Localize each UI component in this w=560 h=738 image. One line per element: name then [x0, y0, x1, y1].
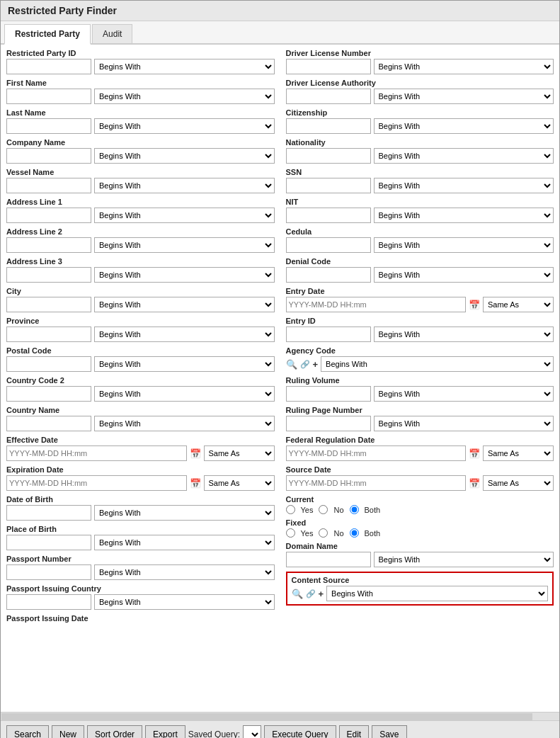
- select-postal-code[interactable]: Begins WithEquals: [94, 356, 275, 372]
- select-restricted-party-id[interactable]: Begins WithEqualsContains: [94, 59, 275, 74]
- calendar-icon-federal[interactable]: 📅: [469, 448, 480, 459]
- select-entry-id[interactable]: Begins WithEquals: [374, 327, 554, 342]
- radio-current-both[interactable]: [350, 505, 359, 514]
- input-place-of-birth[interactable]: [6, 535, 91, 550]
- input-passport-issuing-country[interactable]: [6, 594, 91, 610]
- input-city[interactable]: [6, 297, 91, 312]
- input-domain-name[interactable]: [286, 552, 371, 567]
- calendar-icon-effective[interactable]: 📅: [190, 448, 201, 459]
- input-postal-code[interactable]: [6, 356, 91, 372]
- input-address-line-2[interactable]: [6, 237, 91, 253]
- select-address-line-1[interactable]: Begins WithEquals: [94, 208, 275, 223]
- label-country-code-2: Country Code 2: [6, 376, 275, 385]
- input-ruling-page-number[interactable]: [286, 416, 371, 431]
- select-ssn[interactable]: Begins WithEquals: [374, 178, 554, 193]
- plus-icon-agency[interactable]: +: [313, 359, 319, 370]
- select-company-name[interactable]: Begins WithEquals: [94, 148, 275, 164]
- select-date-of-birth[interactable]: Begins WithEquals: [94, 505, 275, 521]
- radio-fixed-both[interactable]: [350, 528, 359, 538]
- search-icon-content-source[interactable]: 🔍: [292, 589, 303, 599]
- input-address-line-1[interactable]: [6, 208, 91, 223]
- input-expiration-date[interactable]: [6, 475, 187, 491]
- input-first-name[interactable]: [6, 89, 91, 104]
- calendar-icon-entry[interactable]: 📅: [469, 300, 480, 310]
- input-entry-date[interactable]: [286, 297, 467, 312]
- select-city[interactable]: Begins WithEquals: [94, 297, 275, 312]
- input-address-line-3[interactable]: [6, 267, 91, 283]
- select-cedula[interactable]: Begins WithEquals: [374, 237, 554, 253]
- input-citizenship[interactable]: [286, 118, 371, 134]
- select-passport-issuing-country[interactable]: Begins WithEquals: [94, 594, 275, 610]
- link-icon-content-source[interactable]: 🔗: [306, 589, 316, 598]
- input-ssn[interactable]: [286, 178, 371, 193]
- select-domain-name[interactable]: Begins WithEquals: [374, 552, 554, 567]
- search-button[interactable]: Search: [6, 725, 49, 738]
- select-federal-regulation-date[interactable]: Same AsBeforeAfter: [483, 445, 554, 461]
- input-entry-id[interactable]: [286, 327, 371, 342]
- input-denial-code[interactable]: [286, 267, 371, 283]
- select-citizenship[interactable]: Begins WithEquals: [374, 118, 554, 134]
- input-nationality[interactable]: [286, 148, 371, 164]
- new-button[interactable]: New: [52, 725, 84, 738]
- input-driver-license-authority[interactable]: [286, 89, 371, 104]
- select-agency-code[interactable]: Begins WithEquals: [321, 356, 554, 372]
- field-current: Current Yes No Both: [286, 495, 554, 514]
- search-icon-agency[interactable]: 🔍: [286, 359, 297, 370]
- export-button[interactable]: Export: [145, 725, 185, 738]
- input-federal-regulation-date[interactable]: [286, 445, 467, 461]
- select-expiration-date[interactable]: Same AsBeforeAfter: [204, 475, 275, 491]
- save-button[interactable]: Save: [372, 725, 406, 738]
- input-passport-number[interactable]: [6, 564, 91, 580]
- plus-icon-content-source[interactable]: +: [319, 589, 324, 599]
- input-nit[interactable]: [286, 208, 371, 223]
- select-first-name[interactable]: Begins WithEquals: [94, 89, 275, 104]
- input-date-of-birth[interactable]: [6, 505, 91, 521]
- saved-query-select[interactable]: [243, 725, 261, 738]
- input-cedula[interactable]: [286, 237, 371, 253]
- calendar-icon-source[interactable]: 📅: [469, 478, 480, 489]
- select-driver-license-number[interactable]: Begins WithEquals: [374, 59, 554, 74]
- link-icon-agency[interactable]: 🔗: [300, 360, 310, 369]
- tab-restricted-party[interactable]: Restricted Party: [4, 24, 91, 45]
- select-effective-date[interactable]: Same AsBeforeAfter: [204, 445, 275, 461]
- input-country-code-2[interactable]: [6, 386, 91, 402]
- select-entry-date[interactable]: Same AsBeforeAfter: [483, 297, 554, 312]
- select-vessel-name[interactable]: Begins WithEquals: [94, 178, 275, 193]
- select-source-date[interactable]: Same AsBeforeAfter: [483, 475, 554, 491]
- select-last-name[interactable]: Begins WithEquals: [94, 118, 275, 134]
- input-source-date[interactable]: [286, 475, 467, 491]
- select-content-source[interactable]: Begins WithEquals: [326, 586, 548, 601]
- select-place-of-birth[interactable]: Begins WithEquals: [94, 535, 275, 550]
- input-effective-date[interactable]: [6, 445, 187, 461]
- field-citizenship: Citizenship Begins WithEquals: [286, 108, 554, 134]
- select-ruling-page-number[interactable]: Begins WithEquals: [374, 416, 554, 431]
- radio-fixed-yes[interactable]: [286, 528, 295, 538]
- execute-query-button[interactable]: Execute Query: [264, 725, 336, 738]
- select-passport-number[interactable]: Begins WithEquals: [94, 564, 275, 580]
- select-province[interactable]: Begins WithEquals: [94, 327, 275, 342]
- select-nationality[interactable]: Begins WithEquals: [374, 148, 554, 164]
- select-ruling-volume[interactable]: Begins WithEquals: [374, 386, 554, 402]
- input-restricted-party-id[interactable]: [6, 59, 91, 74]
- radio-fixed-no[interactable]: [319, 528, 328, 538]
- radio-current-no[interactable]: [319, 505, 328, 514]
- select-denial-code[interactable]: Begins WithEquals: [374, 267, 554, 283]
- select-country-name[interactable]: Begins WithEquals: [94, 416, 275, 431]
- input-province[interactable]: [6, 327, 91, 342]
- select-address-line-3[interactable]: Begins WithEquals: [94, 267, 275, 283]
- input-last-name[interactable]: [6, 118, 91, 134]
- calendar-icon-expiration[interactable]: 📅: [190, 478, 201, 489]
- select-address-line-2[interactable]: Begins WithEquals: [94, 237, 275, 253]
- select-country-code-2[interactable]: Begins WithEquals: [94, 386, 275, 402]
- radio-current-yes[interactable]: [286, 505, 295, 514]
- select-nit[interactable]: Begins WithEquals: [374, 208, 554, 223]
- tab-audit[interactable]: Audit: [92, 24, 132, 43]
- input-country-name[interactable]: [6, 416, 91, 431]
- input-company-name[interactable]: [6, 148, 91, 164]
- edit-button[interactable]: Edit: [339, 725, 370, 738]
- input-driver-license-number[interactable]: [286, 59, 371, 74]
- sort-order-button[interactable]: Sort Order: [87, 725, 142, 738]
- input-vessel-name[interactable]: [6, 178, 91, 193]
- select-driver-license-authority[interactable]: Begins WithEquals: [374, 89, 554, 104]
- input-ruling-volume[interactable]: [286, 386, 371, 402]
